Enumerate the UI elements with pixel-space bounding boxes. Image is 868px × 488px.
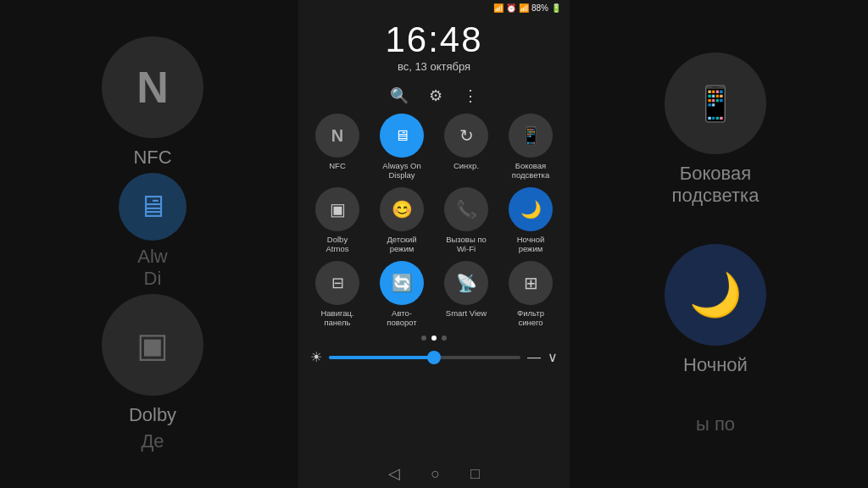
night-bg-icon: 🌙 <box>665 244 766 346</box>
qs-blue-filter-icon: ⊞ <box>509 261 553 305</box>
settings-icon[interactable]: ⚙ <box>429 86 442 105</box>
sidebar-bg-icon: 📱 <box>665 53 766 154</box>
qs-night-label: Ночнойрежим <box>517 235 545 254</box>
status-bar: 📶 ⏰ 📶 88% 🔋 <box>298 0 570 14</box>
page-dot-3[interactable] <box>442 336 447 341</box>
always-on-bg-icon: 🖥 <box>119 173 186 241</box>
header-icons: 🔍 ⚙ ⋮ <box>298 81 570 114</box>
qs-blue-filter[interactable]: ⊞ Фильтрсинего <box>502 261 559 328</box>
dolby-bg-label: Dolby <box>129 404 176 426</box>
page-dot-1[interactable] <box>421 336 426 341</box>
sidebar-bg-label: Боковаяподсветка <box>672 163 760 207</box>
qs-kids-label: Детскийрежим <box>387 235 416 254</box>
battery-text: 88% <box>531 3 548 13</box>
qs-smart-view-label: Smart View <box>446 308 487 318</box>
qs-auto-rotate[interactable]: 🔄 Авто-поворот <box>373 261 431 328</box>
right-background-panel: 📱 Боковаяподсветка 🌙 Ночной ы по <box>563 0 868 488</box>
qs-nav-panel[interactable]: ⊟ Навигац.панель <box>309 261 366 328</box>
right-top-section: 📱 Боковаяподсветка <box>665 53 766 207</box>
qs-always-on-icon: 🖥 <box>380 114 424 158</box>
status-icons: 📶 ⏰ 📶 88% 🔋 <box>493 3 561 13</box>
left-background-panel: N NFC 🖥 AlwDi ▣ Dolby Де <box>0 0 305 488</box>
search-icon[interactable]: 🔍 <box>390 86 409 105</box>
qs-nav-panel-icon: ⊟ <box>315 261 359 305</box>
qs-night[interactable]: 🌙 Ночнойрежим <box>502 187 559 254</box>
qs-sync-icon: ↻ <box>444 114 488 158</box>
qs-wifi-calls[interactable]: 📞 Вызовы поWi-Fi <box>437 187 495 254</box>
phone-panel: 📶 ⏰ 📶 88% 🔋 16:48 вс, 13 октября 🔍 ⚙ ⋮ N… <box>298 0 570 488</box>
left-top-section: N NFC <box>102 36 203 169</box>
page-dots <box>298 327 570 346</box>
brightness-fill <box>329 356 434 359</box>
quick-settings-grid: N NFC 🖥 Always OnDisplay ↻ Синхр. 📱 Боко… <box>298 114 570 327</box>
recent-button[interactable]: □ <box>470 465 480 483</box>
qs-sidebar[interactable]: 📱 Боковаяподсветка <box>502 114 559 180</box>
left-partial-section: 🖥 AlwDi <box>119 173 186 290</box>
home-button[interactable]: ○ <box>431 465 440 483</box>
brightness-thumb[interactable] <box>427 351 441 364</box>
left-bottom-section: ▣ Dolby <box>102 294 203 426</box>
clock-time: 16:48 <box>385 19 482 60</box>
nfc-bg-icon: N <box>102 36 203 138</box>
qs-kids[interactable]: 😊 Детскийрежим <box>373 187 431 254</box>
qs-blue-filter-label: Фильтрсинего <box>517 308 544 328</box>
qs-dolby-icon: ▣ <box>315 187 359 231</box>
qs-dolby[interactable]: ▣ DolbyAtmos <box>309 187 366 254</box>
qs-nfc[interactable]: N NFC <box>309 114 366 180</box>
signal-icon: 📶 <box>493 3 504 13</box>
wifi-icon: 📶 <box>519 3 529 13</box>
qs-sync-label: Синхр. <box>453 161 479 170</box>
left-partial-label2: Де <box>141 430 164 452</box>
qs-night-icon: 🌙 <box>509 187 553 231</box>
qs-dolby-label: DolbyAtmos <box>326 235 349 254</box>
left-partial-label: AlwDi <box>137 246 167 290</box>
qs-kids-icon: 😊 <box>380 187 424 231</box>
brightness-row: ☀ — ∨ <box>298 346 570 369</box>
qs-always-on[interactable]: 🖥 Always OnDisplay <box>373 114 431 180</box>
qs-always-on-label: Always OnDisplay <box>382 161 420 180</box>
qs-nfc-icon: N <box>315 114 359 158</box>
qs-smart-view[interactable]: 📡 Smart View <box>437 261 495 328</box>
page-dot-2[interactable] <box>431 336 437 341</box>
alarm-icon: ⏰ <box>506 3 516 13</box>
brightness-dash: — <box>527 350 541 365</box>
qs-smart-view-icon: 📡 <box>444 261 488 305</box>
clock-date: вс, 13 октября <box>398 60 470 73</box>
qs-nav-panel-label: Навигац.панель <box>320 308 353 328</box>
qs-auto-rotate-icon: 🔄 <box>380 261 424 305</box>
qs-wifi-calls-icon: 📞 <box>444 187 488 231</box>
qs-sidebar-icon: 📱 <box>509 114 553 158</box>
back-button[interactable]: ◁ <box>388 464 400 483</box>
battery-icon: 🔋 <box>551 3 561 13</box>
dolby-bg-icon: ▣ <box>102 294 203 396</box>
night-bg-label: Ночной <box>683 354 748 376</box>
qs-auto-rotate-label: Авто-поворот <box>387 308 416 328</box>
brightness-icon: ☀ <box>310 349 322 365</box>
more-icon[interactable]: ⋮ <box>463 86 478 105</box>
qs-wifi-calls-label: Вызовы поWi-Fi <box>446 235 487 254</box>
nav-bar: ◁ ○ □ <box>298 458 570 488</box>
nfc-bg-label: NFC <box>133 147 171 169</box>
right-partial-label2: ы по <box>696 413 735 435</box>
right-bottom-section: 🌙 Ночной <box>665 244 766 376</box>
qs-sidebar-label: Боковаяподсветка <box>512 161 549 180</box>
qs-sync[interactable]: ↻ Синхр. <box>437 114 495 180</box>
brightness-track[interactable] <box>329 356 520 359</box>
brightness-expand[interactable]: ∨ <box>548 349 558 365</box>
clock-area: 16:48 вс, 13 октября <box>298 14 570 81</box>
qs-nfc-label: NFC <box>329 161 346 170</box>
